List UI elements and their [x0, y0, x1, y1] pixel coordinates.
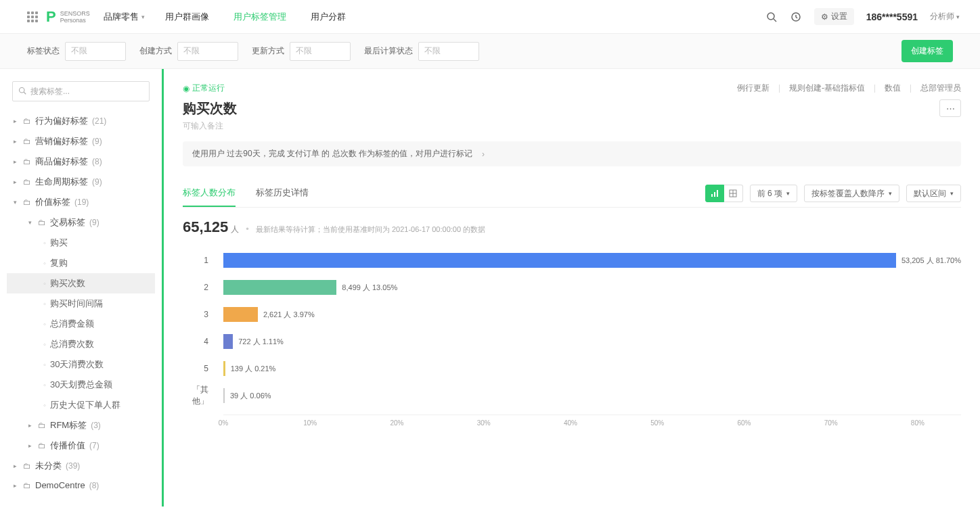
interval-select[interactable]: 默认区间▾ — [906, 185, 961, 202]
action-link[interactable]: 例行更新 — [737, 83, 770, 94]
apps-grid-icon[interactable] — [27, 11, 38, 22]
tree-label: 生命周期标签 — [35, 176, 88, 188]
top-bar: P SENSORS Personas 品牌零售▾ 用户群画像用户标签管理用户分群… — [0, 0, 980, 34]
svg-point-3 — [20, 87, 25, 93]
tree-leaf[interactable]: ◦历史大促下单人群 — [7, 395, 155, 415]
chart-row: 153,205 人 81.70% — [223, 247, 961, 274]
bar[interactable] — [223, 334, 233, 349]
bar[interactable] — [223, 388, 225, 403]
filter-item: 创建方式不限 — [139, 42, 238, 61]
tree-folder[interactable]: ▸🗀行为偏好标签(21) — [7, 111, 155, 131]
tree-folder[interactable]: ▾🗀价值标签(19) — [7, 192, 155, 212]
search-icon — [18, 87, 26, 97]
brand-selector[interactable]: 品牌零售▾ — [104, 11, 145, 23]
nav-item[interactable]: 用户群画像 — [165, 11, 209, 23]
caret-icon: ▸ — [14, 179, 20, 185]
distribution-chart: 153,205 人 81.70%28,499 人 13.05%32,621 人 … — [183, 247, 961, 428]
more-button[interactable]: ⋯ — [939, 99, 961, 117]
detail-tabs: 标签人数分布标签历史详情 — [183, 180, 309, 207]
svg-rect-6 — [714, 192, 715, 197]
axis-tick: 80% — [911, 419, 925, 427]
tree-leaf[interactable]: ◦复购 — [7, 253, 155, 273]
chevron-right-icon: › — [482, 149, 485, 159]
clock-icon[interactable] — [790, 11, 802, 23]
bar[interactable] — [223, 280, 336, 295]
folder-icon: 🗀 — [38, 421, 46, 430]
axis-tick: 10% — [303, 419, 317, 427]
tree-leaf[interactable]: ◦总消费次数 — [7, 334, 155, 354]
create-tag-button[interactable]: 创建标签 — [901, 40, 953, 62]
svg-line-4 — [24, 92, 26, 94]
user-role[interactable]: 分析师▾ — [930, 11, 960, 22]
tree-leaf[interactable]: ◦总消费金额 — [7, 314, 155, 334]
filter-label: 最后计算状态 — [364, 45, 413, 57]
bar-label: 3 — [183, 310, 217, 319]
caret-icon: ▾ — [28, 219, 35, 226]
tree-label: 30天划费总金额 — [50, 379, 112, 391]
tree-folder[interactable]: ▸🗀传播价值(7) — [7, 435, 155, 456]
tree-leaf[interactable]: ◦购买 — [7, 233, 155, 253]
topn-select[interactable]: 前 6 项▾ — [750, 185, 797, 202]
filter-select[interactable]: 不限 — [290, 42, 351, 61]
action-link[interactable]: 规则创建-基础指标值 — [789, 83, 865, 94]
chart-row: 4722 人 1.11% — [223, 328, 961, 355]
filter-select[interactable]: 不限 — [177, 42, 238, 61]
chart-row: 32,621 人 3.97% — [223, 301, 961, 328]
folder-icon: 🗀 — [23, 197, 31, 207]
filter-select[interactable]: 不限 — [418, 42, 479, 61]
tab[interactable]: 标签历史详情 — [256, 180, 309, 207]
tree-count: (9) — [89, 218, 99, 227]
bar-view-button[interactable] — [705, 185, 724, 202]
page-subtitle[interactable]: 可输入备注 — [183, 120, 237, 132]
filter-item: 更新方式不限 — [252, 42, 351, 61]
bar-label: 「其他」 — [183, 384, 217, 407]
tree-folder[interactable]: ▸🗀营销偏好标签(9) — [7, 131, 155, 151]
tree-folder[interactable]: ▸🗀DemoCentre(8) — [7, 476, 155, 494]
tree-leaf[interactable]: ◦购买时间间隔 — [7, 293, 155, 314]
tree-folder[interactable]: ▸🗀商品偏好标签(8) — [7, 151, 155, 172]
tree-leaf[interactable]: ◦30天消费次数 — [7, 354, 155, 375]
tag-icon: ◦ — [43, 401, 46, 409]
nav-item[interactable]: 用户标签管理 — [233, 11, 286, 23]
bar[interactable] — [223, 253, 896, 268]
tree-label: 历史大促下单人群 — [50, 399, 120, 411]
action-link[interactable]: 数值 — [885, 83, 901, 94]
tree-leaf[interactable]: ◦购买次数 — [7, 273, 155, 293]
settings-button[interactable]: ⚙ 设置 — [814, 8, 854, 25]
bar-value: 2,621 人 3.97% — [263, 310, 315, 320]
bar-value: 8,499 人 13.05% — [342, 283, 397, 293]
tab[interactable]: 标签人数分布 — [183, 180, 236, 207]
action-link[interactable]: 总部管理员 — [920, 83, 961, 94]
filter-select[interactable]: 不限 — [65, 42, 126, 61]
tree-folder[interactable]: ▸🗀未分类(39) — [7, 456, 155, 476]
axis-tick: 50% — [650, 419, 664, 427]
bar-value: 39 人 0.06% — [230, 391, 271, 401]
bar[interactable] — [223, 361, 225, 376]
sidebar-search-input[interactable]: 搜索标签... — [12, 81, 150, 101]
tree-folder[interactable]: ▸🗀RFM标签(3) — [7, 415, 155, 435]
sort-select[interactable]: 按标签覆盖人数降序▾ — [804, 185, 899, 202]
search-icon[interactable] — [765, 11, 778, 23]
caret-icon: ▸ — [28, 442, 35, 449]
svg-rect-5 — [711, 194, 713, 197]
tree-folder[interactable]: ▾🗀交易标签(9) — [7, 212, 155, 233]
tree-leaf[interactable]: ◦30天划费总金额 — [7, 375, 155, 395]
tag-tree: ▸🗀行为偏好标签(21)▸🗀营销偏好标签(9)▸🗀商品偏好标签(8)▸🗀生命周期… — [7, 111, 155, 494]
detail-actions: 例行更新规则创建-基础指标值数值总部管理员 — [737, 83, 961, 94]
tag-icon: ◦ — [43, 279, 46, 287]
bar-label: 2 — [183, 283, 217, 292]
tree-label: 商品偏好标签 — [35, 156, 88, 168]
bar-value: 139 人 0.21% — [231, 364, 276, 374]
gear-icon: ⚙ — [821, 12, 828, 22]
bar[interactable] — [223, 307, 258, 322]
table-view-button[interactable] — [724, 185, 743, 202]
nav-item[interactable]: 用户分群 — [311, 11, 346, 23]
filter-item: 标签状态不限 — [27, 42, 126, 61]
tree-folder[interactable]: ▸🗀生命周期标签(9) — [7, 172, 155, 192]
folder-icon: 🗀 — [23, 177, 31, 187]
axis-tick: 70% — [824, 419, 838, 427]
rule-description[interactable]: 使用用户 过去90天，完成 支付订单 的 总次数 作为标签的值，对用户进行标记 … — [183, 141, 961, 166]
svg-line-1 — [774, 19, 776, 22]
tree-count: (8) — [89, 481, 99, 490]
tag-icon: ◦ — [43, 381, 46, 389]
